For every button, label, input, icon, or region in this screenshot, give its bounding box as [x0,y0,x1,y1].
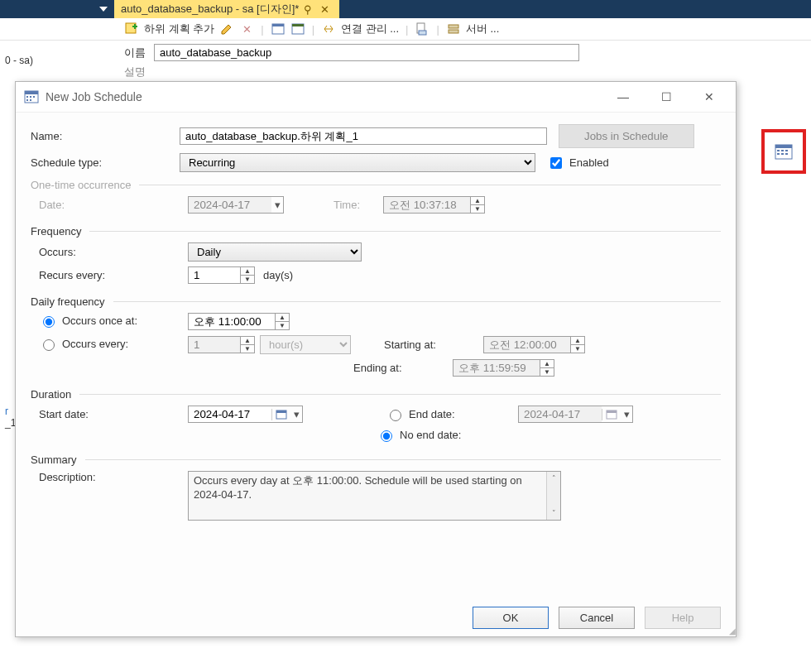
summary-group-label: Summary [31,454,77,466]
server-icon [446,22,461,36]
duration-group-label: Duration [31,388,71,401]
calendar-icon [775,142,793,161]
calendar2-icon[interactable] [290,22,305,36]
maximize-button[interactable]: ☐ [648,85,684,108]
ribbon-dropdown[interactable] [0,0,114,18]
schedule-type-select[interactable]: Recurring [180,153,535,172]
chevron-down-icon [99,7,108,12]
pin-icon[interactable]: ⚲ [304,3,312,16]
occurs-once-radio[interactable]: Occurs once at: [39,314,137,328]
document-tab[interactable]: auto_database_backup - sa [디자인]* ⚲ ✕ [114,0,339,18]
cancel-button[interactable]: Cancel [559,607,635,629]
svg-rect-22 [26,99,28,101]
end-date-input: ▾ [518,406,633,423]
connections-icon [321,22,336,36]
minimize-button[interactable]: — [605,85,641,108]
onetime-time-input: ▲▼ [383,196,485,214]
occurs-once-time-input[interactable]: ▲▼ [188,313,290,330]
toolbar: 하위 계획 추가 ✕ | | 연결 관리 ... | | 서버 ... [0,18,811,41]
calendar-icon [24,89,39,104]
ending-at-label: Ending at: [353,362,453,374]
frequency-group-label: Frequency [31,225,81,238]
no-end-date-radio[interactable]: No end date: [377,428,461,442]
svg-rect-19 [26,96,28,98]
occurs-every-unit-select: hour(s) [260,335,351,354]
calendar-icon[interactable] [271,22,286,36]
ok-button[interactable]: OK [473,607,549,629]
onetime-time-label: Time: [334,199,383,211]
scrollbar[interactable]: ˄˅ [546,472,560,520]
new-job-schedule-dialog: New Job Schedule — ☐ ✕ Name: Jobs in Sch… [15,81,737,637]
svg-rect-14 [777,153,780,155]
daily-freq-group-label: Daily frequency [31,295,105,308]
enabled-checkbox[interactable]: Enabled [547,155,609,171]
manage-connections-button[interactable]: 연결 관리 ... [341,22,399,36]
jobs-in-schedule-button[interactable]: Jobs in Schedule [559,124,694,148]
svg-rect-2 [272,24,284,26]
onetime-group-label: One-time occurrence [31,179,131,191]
svg-rect-27 [607,410,617,413]
starting-at-label: Starting at: [384,338,483,351]
end-date-radio[interactable]: End date: [386,407,518,421]
dialog-titlebar: New Job Schedule — ☐ ✕ [16,82,736,113]
highlighted-schedule-button[interactable] [761,129,806,174]
help-button: Help [645,607,721,629]
close-button[interactable]: ✕ [691,85,727,108]
svg-rect-8 [449,30,458,33]
name-label: 이름 [124,46,146,60]
occurs-every-radio[interactable]: Occurs every: [39,337,128,351]
close-tab-button[interactable]: ✕ [317,3,333,16]
report-icon[interactable] [415,22,429,36]
main-titlebar: auto_database_backup - sa [디자인]* ⚲ ✕ [0,0,811,18]
occurs-select[interactable]: Daily [188,242,362,262]
delete-icon[interactable]: ✕ [239,22,254,36]
recurs-every-input[interactable]: ▲▼ [188,266,255,284]
svg-rect-20 [30,96,31,98]
onetime-date-input: ▾ [188,196,284,214]
calendar-icon [602,409,621,420]
description-label: Description: [31,471,188,483]
svg-rect-12 [781,150,784,151]
description-textarea: ˄˅ [188,471,561,521]
name-label: Name: [31,130,180,142]
svg-rect-11 [777,150,780,151]
svg-rect-4 [292,24,304,26]
svg-rect-10 [775,145,792,148]
dialog-title: New Job Schedule [46,90,142,103]
desc-label-bg: 설명 [124,65,146,79]
calendar-icon[interactable] [271,409,290,420]
svg-rect-23 [30,99,31,101]
tab-title: auto_database_backup - sa [디자인]* [121,2,299,17]
start-date-input[interactable]: ▾ [188,406,303,423]
ending-at-input: ▲▼ [453,359,554,377]
onetime-date-label: Date: [31,199,188,211]
svg-rect-25 [276,410,286,413]
recurs-unit: day(s) [263,269,293,281]
add-subplan-button[interactable]: 하위 계획 추가 [144,22,214,36]
servers-button[interactable]: 서버 ... [466,22,499,36]
start-date-label: Start date: [31,408,188,420]
svg-rect-13 [785,150,788,151]
svg-rect-18 [25,91,38,94]
recurs-every-label: Recurs every: [31,269,188,281]
occurs-every-value-input: ▲▼ [188,336,255,353]
edit-icon[interactable] [219,22,234,36]
schedule-type-label: Schedule type: [31,156,180,169]
svg-rect-16 [785,153,788,155]
add-subplan-icon [124,22,139,36]
svg-rect-6 [419,31,426,35]
schedule-name-input[interactable] [180,127,547,145]
plan-name-input[interactable] [154,44,579,61]
starting-at-input: ▲▼ [483,336,585,353]
svg-rect-21 [33,96,35,98]
resize-grip[interactable]: ◢ [729,626,734,636]
occurs-label: Occurs: [31,246,188,258]
svg-rect-15 [781,153,784,155]
svg-rect-7 [449,25,458,28]
name-row: 이름 [0,41,811,65]
